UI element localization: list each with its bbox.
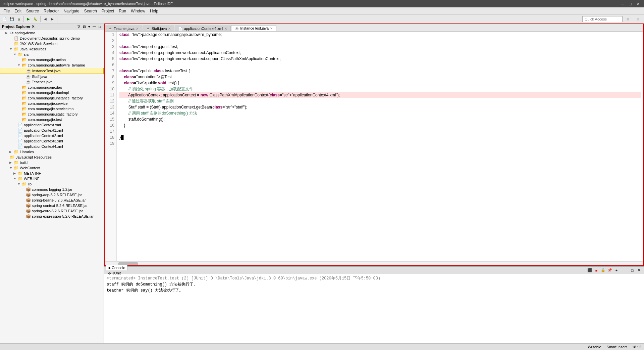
tree-container: ▶🗂spring-demo 📋Deployment Descriptor: sp… xyxy=(0,30,104,219)
tree-item[interactable]: 📦spring-beans-5.2.6.RELEASE.jar xyxy=(0,198,104,203)
tab-close-button[interactable]: ✕ xyxy=(270,27,273,30)
debug-button[interactable]: 🐛 xyxy=(32,16,39,23)
menu-item-help[interactable]: Help xyxy=(148,8,160,14)
menu-item-edit[interactable]: Edit xyxy=(12,8,23,14)
tree-item-label: Deployment Descriptor: spring-demo xyxy=(20,36,80,40)
menu-item-project[interactable]: Project xyxy=(100,8,116,14)
minimize-button[interactable]: ─ xyxy=(620,1,626,6)
editor-tab-InstanceTest-java[interactable]: ☕InstanceTest.java✕ xyxy=(231,25,276,31)
tree-item[interactable]: 📄applicationContext3.xml xyxy=(0,138,104,144)
tree-item[interactable]: 📄applicationContext.xml xyxy=(0,122,104,128)
tree-item[interactable]: 📦spring-context-5.2.6.RELEASE.jar xyxy=(0,203,104,208)
tree-item[interactable]: 📂com.manongajie.serviceimpl xyxy=(0,106,104,112)
console-terminated-text: <terminated> InstanceTest.test (2) [JUni… xyxy=(107,275,641,281)
tree-item[interactable]: 📁JavaScript Resources xyxy=(0,155,104,160)
console-tab-console[interactable]: ■Console xyxy=(106,265,127,270)
tree-item[interactable]: 📂com.manongajie.dao xyxy=(0,85,104,90)
line-number: 6 xyxy=(107,62,114,68)
tree-item[interactable]: ▶📁build xyxy=(0,160,104,165)
tree-arrow: ▼ xyxy=(13,177,17,180)
print-button[interactable]: 🖨 xyxy=(15,16,22,23)
code-line: // 调用 staff 实例的doSomething() 方法 xyxy=(119,110,641,116)
editor-tab-Staff-java[interactable]: ☕Staff.java✕ xyxy=(143,26,175,31)
tree-item[interactable]: 📦spring-aop-5.2.6.RELEASE.jar xyxy=(0,192,104,198)
console-newconsole-button[interactable]: + xyxy=(613,267,620,273)
editor-hscroll[interactable] xyxy=(105,261,643,265)
tree-item[interactable]: ▼📁lib xyxy=(0,181,104,187)
tree-item[interactable]: ▶🗂spring-demo xyxy=(0,30,104,36)
line-number: 9 xyxy=(107,80,114,86)
console-output-line: staff 实例的 doSomething() 方法被执行了。 xyxy=(107,281,641,288)
console-scroll-lock-button[interactable]: 🔒 xyxy=(600,267,606,273)
forward-button[interactable]: ▶ xyxy=(49,16,56,23)
tree-item[interactable]: ☕Teacher.java xyxy=(0,79,104,85)
tab-label: Teacher.java xyxy=(114,27,135,31)
tree-item[interactable]: 📄applicationContext1.xml xyxy=(0,128,104,133)
tree-item[interactable]: 📦spring-core-5.2.6.RELEASE.jar xyxy=(0,208,104,214)
tab-close-button[interactable]: ✕ xyxy=(136,27,139,31)
tree-item[interactable]: 📂com.manongajie.test xyxy=(0,117,104,122)
console-minimize-button[interactable]: — xyxy=(623,267,629,273)
menu-item-run[interactable]: Run xyxy=(117,8,128,14)
sep3 xyxy=(57,16,57,22)
tree-file-icon: 📂 xyxy=(22,90,27,95)
tree-item[interactable]: 📁JAX-WS Web Services xyxy=(0,41,104,46)
tree-item[interactable]: 📋Deployment Descriptor: spring-demo xyxy=(0,36,104,41)
tree-item[interactable]: 📄applicationContext4.xml xyxy=(0,144,104,149)
menu-item-navigate[interactable]: Navigate xyxy=(61,8,81,14)
menu-item-refactor[interactable]: Refactor xyxy=(42,8,61,14)
editor-tab-Teacher-java[interactable]: ☕Teacher.java✕ xyxy=(105,26,142,31)
tree-item[interactable]: 📦commons-logging-1.2.jar xyxy=(0,187,104,192)
tree-item[interactable]: 📂com.manongajie.action xyxy=(0,57,104,62)
tree-arrow: ▼ xyxy=(17,182,21,186)
quick-access-input[interactable] xyxy=(582,16,623,22)
back-button[interactable]: ◀ xyxy=(42,16,49,23)
maximize-sidebar-button[interactable]: □ xyxy=(98,25,102,29)
views-button[interactable]: ⊟ xyxy=(633,16,643,23)
open-perspective-button[interactable]: ⊞ xyxy=(623,16,633,23)
tree-item[interactable]: ▼📁WebContent xyxy=(0,165,104,171)
code-content[interactable]: class="kw">package com.manongajie.autowi… xyxy=(117,32,643,261)
console-close-button[interactable]: ✕ xyxy=(636,267,642,273)
save-button[interactable]: 💾 xyxy=(8,16,15,23)
menu-item-source[interactable]: Source xyxy=(24,8,41,14)
console-pin-button[interactable]: 📌 xyxy=(607,267,613,273)
tree-item[interactable]: 📂com.manongajie.static_factory xyxy=(0,112,104,117)
tree-item[interactable]: 📦spring-expression-5.2.6.RELEASE.jar xyxy=(0,214,104,219)
tab-close-button[interactable]: ✕ xyxy=(168,27,171,31)
minimize-sidebar-button[interactable]: — xyxy=(92,25,97,29)
console-stop-button[interactable]: ■ xyxy=(593,267,599,273)
tree-item[interactable]: ▼📁src xyxy=(0,52,104,57)
tree-item[interactable]: ☕InstanceTest.java xyxy=(0,68,104,74)
menu-item-window[interactable]: Window xyxy=(129,8,147,14)
menu-item-search[interactable]: Search xyxy=(82,8,99,14)
run-button[interactable]: ▶ xyxy=(25,16,32,23)
link-editor-button[interactable]: ⊡ xyxy=(82,25,87,29)
tree-item[interactable]: ▼📂com.manongajie.autowire_byname xyxy=(0,62,104,68)
close-button[interactable]: ✕ xyxy=(635,1,641,6)
tree-item[interactable]: 📂com.manongajie.service xyxy=(0,101,104,106)
tree-item[interactable]: 📂com.manongajie.daoimpl xyxy=(0,90,104,95)
tree-item[interactable]: 📄applicationContext2.xml xyxy=(0,133,104,138)
new-button[interactable]: 📄 xyxy=(1,16,8,23)
tree-item[interactable]: 📂com.manongajie.instance_factory xyxy=(0,95,104,101)
tree-file-icon: 📂 xyxy=(22,63,27,68)
menu-item-file[interactable]: File xyxy=(1,8,12,14)
tree-item[interactable]: ▶📁META-INF xyxy=(0,171,104,176)
collapse-all-button[interactable]: ▽ xyxy=(76,25,81,29)
tabs-bar: ☕Teacher.java✕☕Staff.java✕📄applicationCo… xyxy=(105,24,643,32)
tree-item[interactable]: ▼📁WEB-INF xyxy=(0,176,104,181)
tree-item-label: spring-context-5.2.6.RELEASE.jar xyxy=(32,204,88,208)
tree-arrow: ▶ xyxy=(9,161,13,164)
editor-tab-applicationContext4-xml[interactable]: 📄applicationContext4.xml✕ xyxy=(175,26,231,31)
code-line xyxy=(119,128,641,134)
tree-item[interactable]: ▶📁Libraries xyxy=(0,149,104,155)
tab-label: applicationContext4.xml xyxy=(184,27,223,31)
tab-close-button[interactable]: ✕ xyxy=(224,27,227,31)
view-menu-button[interactable]: ▾ xyxy=(87,25,91,29)
console-maximize-button[interactable]: □ xyxy=(629,267,635,273)
console-clear-button[interactable]: ⬛ xyxy=(587,267,593,273)
maximize-button[interactable]: □ xyxy=(628,1,633,6)
tree-item[interactable]: ☕Staff.java xyxy=(0,74,104,79)
tree-item[interactable]: ▼📁Java Resources xyxy=(0,46,104,52)
